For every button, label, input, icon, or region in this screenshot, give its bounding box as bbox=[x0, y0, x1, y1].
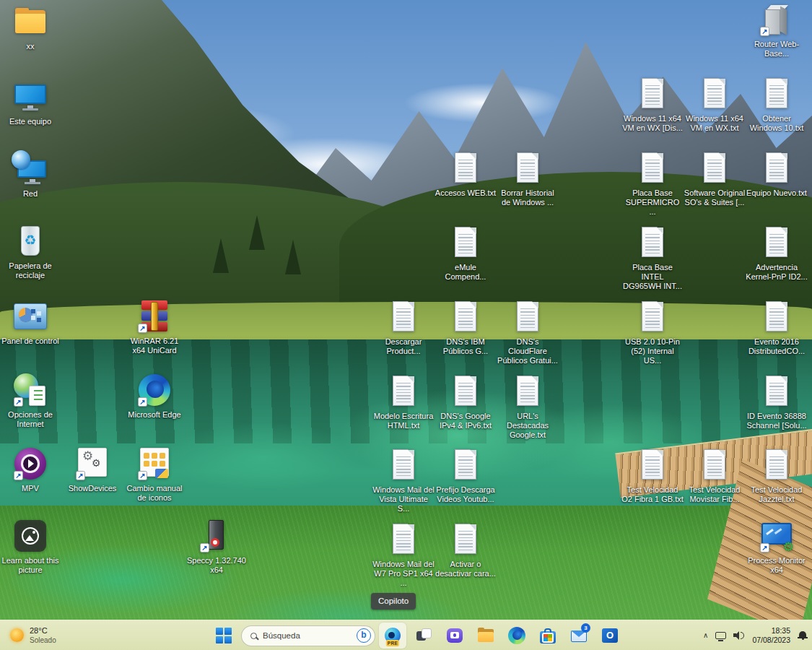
desktop-icon-label: DNS's IBM Públicos G... bbox=[435, 337, 497, 356]
clock[interactable]: 18:35 07/08/2023 bbox=[752, 626, 790, 644]
chat-icon bbox=[445, 626, 464, 645]
desktop-icon-winrar[interactable]: ↗WinRAR 6.21 x64 UniCard bbox=[123, 299, 185, 355]
folder-icon bbox=[13, 4, 48, 39]
desktop-icon-dns-ibm-publicos[interactable]: DNS's IBM Públicos G... bbox=[435, 300, 497, 356]
display-tray-icon[interactable] bbox=[715, 632, 726, 639]
weather-widget[interactable]: 28°C Soleado bbox=[3, 620, 64, 650]
desktop-icon-obtener-windows10[interactable]: Obtener Windows 10.txt bbox=[746, 77, 808, 133]
network-icon bbox=[13, 152, 48, 186]
desktop-icon-placa-base-supermicro[interactable]: Placa Base SUPERMICRO ... bbox=[621, 151, 684, 217]
notifications-bell-icon[interactable] bbox=[798, 630, 808, 641]
search-box[interactable]: Búsqueda b bbox=[241, 625, 375, 646]
desktop-icon-red[interactable]: Red bbox=[0, 152, 61, 199]
desktop-icon-label: DNS's CloudFlare Públicos Gratui... bbox=[497, 337, 559, 365]
desktop-icon-advertencia-kernel-pnp[interactable]: Advertencia Kernel-PnP ID2... bbox=[746, 225, 808, 282]
desktop-icon-test-velocidad-movistar[interactable]: Test Velocidad Movistar Fib... bbox=[684, 448, 746, 504]
txt-file-icon bbox=[635, 448, 670, 482]
desktop-icon-accesos-web[interactable]: Accesos WEB.txt bbox=[435, 151, 497, 198]
outlook-icon: O bbox=[601, 626, 619, 645]
taskbar-outlook-button[interactable]: O bbox=[596, 623, 624, 649]
desktop-icon-dns-cloudflare-publicos[interactable]: DNS's CloudFlare Públicos Gratui... bbox=[497, 300, 559, 365]
taskbar-task-view-button[interactable] bbox=[410, 623, 437, 649]
desktop-icon-label: xx bbox=[0, 42, 61, 51]
desktop-icon-label: Panel de control bbox=[0, 337, 61, 346]
desktop-icon-label: Process Monitor x64 bbox=[746, 556, 808, 575]
desktop-icon-test-velocidad-o2[interactable]: Test Velocidad O2 Fibra 1 GB.txt bbox=[621, 448, 684, 504]
desktop-icon-borrar-historial[interactable]: Borrar Historial de Windows ... bbox=[497, 151, 559, 207]
taskbar-copilot-preview-button[interactable]: PRE bbox=[379, 623, 406, 649]
desktop-icon-opciones-de-internet[interactable]: ↗Opciones de Internet bbox=[0, 373, 61, 429]
show-devices-icon: ⚙⚙↗ bbox=[75, 446, 110, 481]
process-monitor-icon: ⚙↗ bbox=[759, 519, 794, 553]
taskbar-microsoft-store-button[interactable] bbox=[534, 623, 562, 649]
desktop-icon-emule-compendio[interactable]: eMule Compend... bbox=[435, 225, 497, 282]
desktop-icon-windows11-vm-dis[interactable]: Windows 11 x64 VM en WX [Dis... bbox=[621, 77, 684, 133]
desktop-icon-router-web-based[interactable]: ↗Router Web-Base... bbox=[746, 2, 808, 58]
volume-icon[interactable] bbox=[733, 630, 745, 640]
desktop-icon-label: Activar o desactivar cara... bbox=[435, 560, 497, 578]
weather-condition: Soleado bbox=[30, 636, 56, 645]
taskbar-chat-button[interactable] bbox=[441, 623, 468, 649]
router-icon: ↗ bbox=[759, 2, 794, 37]
icon-manual-icon: ↗ bbox=[137, 446, 172, 481]
desktop-icon-software-original[interactable]: Software Original SO's & Suites [... bbox=[684, 151, 746, 207]
desktop-icon-test-velocidad-jazztel[interactable]: Test Velocidad Jazztel.txt bbox=[746, 448, 808, 504]
system-tray: ∧ 18:35 07/08/2023 bbox=[703, 620, 808, 650]
desktop-icon-label: Modelo Escritura HTML.txt bbox=[372, 412, 435, 430]
desktop-icon-dns-google[interactable]: DNS's Google IPv4 & IPv6.txt bbox=[435, 374, 497, 430]
desktop-icon-speccy[interactable]: ↗Speccy 1.32.740 x64 bbox=[185, 519, 248, 575]
desktop-icon-label: Accesos WEB.txt bbox=[435, 188, 497, 198]
desktop-icon-label: Windows Mail del Vista Ultimate S... bbox=[372, 485, 435, 514]
desktop-icon-urls-destacadas-google[interactable]: URL's Destacadas Google.txt bbox=[497, 374, 559, 440]
txt-file-icon bbox=[510, 300, 545, 334]
desktop-icon-placa-base-intel[interactable]: Placa Base INTEL DG965WH INT... bbox=[621, 225, 684, 291]
microsoft-store-icon bbox=[538, 626, 557, 645]
desktop-icon-label: Evento 2016 DistributedCO... bbox=[746, 337, 808, 356]
desktop-icon-prefijo-descarga-videos[interactable]: Prefijo Descarga Videos Youtub... bbox=[435, 448, 497, 504]
desktop-icon-label: WinRAR 6.21 x64 UniCard bbox=[123, 337, 185, 355]
windows-desktop: xxEste equipoRed♻Papelera de reciclajePa… bbox=[0, 0, 812, 650]
desktop-icon-windows11-vm[interactable]: Windows 11 x64 VM en WX.txt bbox=[684, 77, 746, 133]
bing-icon[interactable]: b bbox=[357, 628, 371, 643]
task-view-icon bbox=[414, 626, 433, 645]
desktop-icon-activar-desactivar[interactable]: Activar o desactivar cara... bbox=[435, 522, 497, 578]
taskbar-file-explorer-button[interactable] bbox=[472, 623, 499, 649]
txt-file-icon bbox=[448, 151, 483, 186]
txt-file-icon bbox=[759, 151, 794, 186]
taskbar: 28°C Soleado Búsqueda b PRE3O ∧ 18:35 07… bbox=[0, 620, 812, 650]
desktop-icon-usb-10-pin[interactable]: USB 2.0 10-Pin (52) Internal US... bbox=[621, 300, 684, 365]
desktop-icon-windows-mail-vista[interactable]: Windows Mail del Vista Ultimate S... bbox=[372, 448, 435, 514]
desktop-icon-label: Windows Mail del W7 Pro SP1 x64 ... bbox=[372, 560, 435, 588]
desktop-icon-modelo-escritura-html[interactable]: Modelo Escritura HTML.txt bbox=[372, 374, 435, 430]
taskbar-mail-button[interactable]: 3 bbox=[565, 623, 593, 649]
desktop-icon-xx[interactable]: xx bbox=[0, 4, 61, 51]
txt-file-icon bbox=[759, 448, 794, 482]
tray-expand-chevron-icon[interactable]: ∧ bbox=[703, 631, 708, 639]
desktop-icon-showdevices[interactable]: ⚙⚙↗ShowDevices bbox=[61, 446, 123, 493]
txt-file-icon bbox=[448, 374, 483, 409]
desktop-icon-descargar-product[interactable]: Descargar Product... bbox=[372, 300, 435, 356]
desktop-icon-label: ID Evento 36888 Schannel [Solu... bbox=[746, 412, 808, 430]
desktop-icon-panel-de-control[interactable]: Panel de control bbox=[0, 299, 61, 346]
shortcut-arrow-icon: ↗ bbox=[14, 397, 23, 407]
desktop-icon-papelera-de-reciclaje[interactable]: ♻Papelera de reciclaje bbox=[0, 224, 61, 280]
desktop-icon-este-equipo[interactable]: Este equipo bbox=[0, 79, 61, 126]
txt-file-icon bbox=[448, 448, 483, 482]
recycle-bin-icon: ♻ bbox=[13, 224, 48, 259]
desktop-icon-mpv[interactable]: ↗MPV bbox=[0, 446, 61, 493]
desktop-icon-id-evento-36888-schannel[interactable]: ID Evento 36888 Schannel [Solu... bbox=[746, 374, 808, 430]
desktop-icon-microsoft-edge[interactable]: ↗Microsoft Edge bbox=[123, 373, 185, 420]
txt-file-icon bbox=[697, 151, 732, 186]
desktop-icon-process-monitor[interactable]: ⚙↗Process Monitor x64 bbox=[746, 519, 808, 575]
desktop-icon-learn-about-this-picture[interactable]: Learn about this picture bbox=[0, 519, 61, 575]
desktop-icon-evento-2016-distributedcom[interactable]: Evento 2016 DistributedCO... bbox=[746, 300, 808, 356]
desktop-icon-cambio-manual-de-iconos[interactable]: ↗Cambio manual de iconos bbox=[123, 446, 185, 503]
mail-badge: 3 bbox=[581, 623, 590, 633]
desktop-icon-equipo-nuevo[interactable]: Equipo Nuevo.txt bbox=[746, 151, 808, 198]
start-button[interactable] bbox=[210, 623, 237, 649]
txt-file-icon bbox=[386, 522, 421, 557]
taskbar-edge-button[interactable] bbox=[503, 623, 531, 649]
desktop-icon-windows-mail-w7[interactable]: Windows Mail del W7 Pro SP1 x64 ... bbox=[372, 522, 435, 588]
this-pc-icon bbox=[13, 79, 48, 114]
desktop-icon-label: Router Web-Base... bbox=[746, 40, 808, 58]
